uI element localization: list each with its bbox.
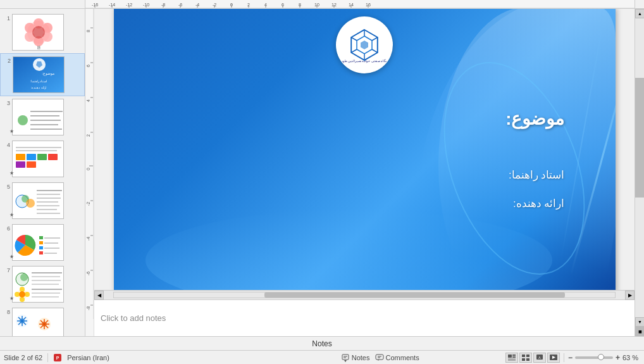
scroll-thumb[interactable] [264,292,565,298]
scroll-v-track[interactable] [635,18,644,317]
svg-line-155 [351,49,357,53]
svg-line-153 [372,49,378,53]
zoom-percent[interactable]: 63 % [622,354,640,361]
slide-panel[interactable]: 1 ﷽ [0,9,85,336]
slide-sorter-button[interactable] [519,353,532,363]
svg-rect-169 [508,355,512,358]
slide-number-8: 8 [3,309,10,315]
horizontal-scrollbar[interactable]: ◀ ▶ [94,290,635,299]
scroll-corner: ◼ [635,327,644,336]
svg-text:موضوع:: موضوع: [42,72,54,76]
thumb-image-3 [12,99,64,135]
scroll-track[interactable] [113,292,616,298]
svg-text:ارائه دهنده:: ارائه دهنده: [31,85,46,90]
svg-rect-82 [39,241,43,244]
star-mark-5: ★ [9,212,14,218]
slide-canvas[interactable]: دانشگاه صنعتی خواجه نصیرالدین طوسی موضوع… [114,9,616,290]
notes-placeholder[interactable]: Click to add notes [101,313,166,323]
svg-point-98 [20,297,25,302]
svg-point-99 [15,292,20,297]
language-info: Persian (Iran) [67,354,109,361]
top-ruler-section: -16 -14 -12 -10 -8 -6 -4 -2 0 2 4 6 8 10… [0,0,644,9]
svg-text:-4: -4 [86,237,90,241]
ppt-icon: P [53,353,62,362]
thumb-image-2: موضوع: استاد راهنما: ارائه دهنده: [13,56,65,93]
svg-point-100 [25,292,30,297]
app-icon-area: P [53,353,62,362]
svg-rect-161 [342,355,349,360]
comments-button[interactable]: Comments [373,353,422,362]
slide-thumbnail-5[interactable]: 5 ★ [0,180,85,222]
thumb-image-5 [12,182,64,219]
scroll-down-button[interactable]: ▼ [635,317,644,327]
svg-point-71 [26,199,35,208]
notes-button-label[interactable]: Notes [352,354,370,361]
scroll-up-button[interactable]: ▲ [635,9,644,18]
horizontal-ruler: -16 -14 -12 -10 -8 -6 -4 -2 0 2 4 6 8 10… [85,0,635,9]
svg-point-101 [19,291,25,298]
svg-text:2: 2 [86,134,90,137]
slide-container[interactable]: دانشگاه صنعتی خواجه نصیرالدین طوسی موضوع… [94,9,635,290]
zoom-slider-track[interactable] [575,356,613,359]
scroll-v-thumb[interactable] [635,78,644,198]
slide-thumbnail-2[interactable]: 2 موضوع: استاد راهنم [0,53,85,96]
notes-tab-bar: Notes [0,336,644,350]
slide-provider-text[interactable]: ارائه دهنده: [513,197,564,210]
thumb-image-4 [12,141,64,177]
svg-marker-168 [378,360,379,361]
slide-guide-text[interactable]: استاد راهنما: [509,168,564,182]
svg-rect-61 [27,154,36,160]
svg-rect-84 [39,251,43,254]
vertical-ruler: 8 6 4 2 0 -2 -4 -6 -8 [85,9,94,336]
slide-thumbnail-3[interactable]: 3 ★ [0,96,85,138]
slide-number-4: 4 [3,142,10,148]
svg-rect-65 [27,161,36,168]
svg-text:﷽: ﷽ [37,46,40,49]
scroll-right-button[interactable]: ▶ [625,291,635,300]
notes-area[interactable]: Click to add notes [94,299,635,336]
svg-point-97 [20,287,25,292]
scroll-left-button[interactable]: ◀ [94,291,104,300]
status-center: Notes Comments [254,353,505,362]
svg-rect-63 [48,154,58,160]
svg-line-156 [351,37,357,41]
slide-number-7: 7 [3,267,10,273]
notes-button[interactable]: Notes [338,353,373,362]
zoom-plus-button[interactable]: + [616,353,620,362]
svg-rect-173 [522,355,525,357]
notes-tab-label: Notes [312,339,331,348]
svg-text:4: 4 [86,99,90,102]
star-mark-3: ★ [9,129,14,134]
slide-thumbnail-1[interactable]: 1 ﷽ [0,11,85,53]
reading-view-button[interactable]: A [533,353,546,363]
svg-rect-81 [39,236,43,239]
slide-thumbnail-7[interactable]: 7 [0,263,85,305]
svg-rect-171 [512,356,516,358]
svg-text:6: 6 [86,65,90,67]
svg-rect-176 [526,358,529,361]
svg-rect-83 [39,246,43,249]
separator-1 [47,353,48,362]
svg-text:P: P [56,356,59,360]
svg-rect-175 [522,358,525,361]
star-mark-4: ★ [9,170,14,176]
canvas-main-row: 8 6 4 2 0 -2 -4 -6 -8 [85,9,644,336]
view-buttons-group: A [505,353,560,363]
vertical-scrollbar[interactable]: ▲ ▼ ◼ [635,9,644,336]
slide-info: Slide 2 of 62 [4,354,42,361]
zoom-minus-button[interactable]: − [568,353,573,362]
svg-marker-164 [344,360,347,362]
svg-text:استاد راهنما:: استاد راهنما: [30,79,47,84]
slide-thumbnail-6[interactable]: 6 [0,222,85,263]
zoom-slider-thumb[interactable] [598,354,604,360]
slide-main-text[interactable]: موضوع: [505,108,564,129]
svg-text:0: 0 [86,168,90,170]
slide-thumbnail-4[interactable]: 4 ★ [0,138,85,180]
comments-button-label[interactable]: Comments [386,354,419,361]
slideshow-button[interactable] [547,353,560,363]
slide-thumbnail-8[interactable]: 8 [0,305,85,336]
normal-view-button[interactable] [505,353,518,363]
svg-rect-170 [512,355,516,356]
corner-spacer [0,0,85,9]
thumb-image-6 [12,224,64,261]
